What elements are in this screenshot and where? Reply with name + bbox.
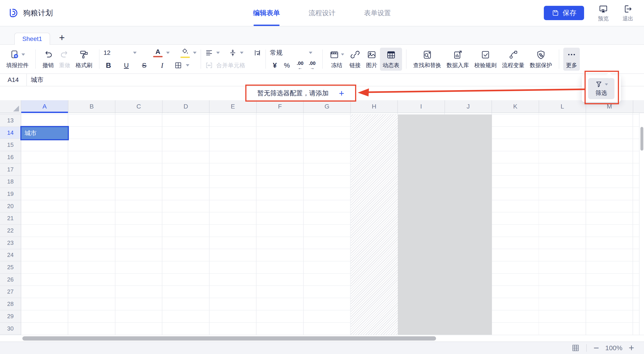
font-size-select[interactable]: 12 [104, 49, 137, 56]
row-header-22[interactable]: 22 [0, 225, 21, 237]
sheet-tab-sheet1[interactable]: Sheet1 [14, 33, 50, 45]
column-header-k[interactable]: K [492, 100, 539, 113]
zoom-in-button[interactable]: + [628, 343, 634, 353]
column-header-f[interactable]: F [257, 100, 304, 113]
exit-button[interactable]: 退出 [622, 4, 633, 22]
preview-button[interactable]: 预览 [598, 4, 609, 22]
zoom-out-button[interactable]: − [594, 343, 599, 353]
column-header-i[interactable]: I [398, 100, 445, 113]
number-format-select[interactable]: 常规 [270, 49, 312, 57]
row-header-23[interactable]: 23 [0, 237, 21, 249]
percent-button[interactable]: % [282, 62, 292, 69]
tab-edit-form[interactable]: 编辑表单 [253, 0, 280, 26]
column-header-j[interactable]: J [445, 100, 492, 113]
merge-cells-button[interactable]: 合并单元格 [205, 60, 262, 71]
fill-color-button[interactable] [180, 48, 190, 58]
underline-button[interactable]: U [122, 62, 131, 69]
undo-button[interactable]: 撤销 [40, 48, 56, 71]
row-header-19[interactable]: 19 [0, 188, 21, 200]
chevron-down-icon[interactable] [166, 52, 170, 54]
flow-variables-button[interactable]: 流程变量 [499, 48, 527, 71]
horizontal-scrollbar[interactable] [0, 335, 644, 341]
row-header-17[interactable]: 17 [0, 164, 21, 176]
horizontal-scrollbar-thumb[interactable] [22, 336, 436, 340]
chevron-down-icon[interactable] [309, 52, 312, 54]
column-header-m[interactable]: M [586, 100, 633, 113]
column-header-c[interactable]: C [116, 100, 162, 113]
cells-area[interactable]: 城市 [21, 113, 644, 335]
row-header-partial[interactable] [0, 113, 21, 115]
cell-reference-box[interactable]: A14 [0, 74, 27, 86]
vertical-align-button[interactable] [229, 49, 237, 57]
fill-color-bar [180, 57, 190, 58]
column-header-b[interactable]: B [68, 100, 116, 113]
more-button[interactable]: 更多 [563, 48, 580, 71]
vertical-scrollbar-thumb[interactable] [640, 127, 643, 151]
decrease-decimal-button[interactable]: .00 ← [294, 61, 306, 70]
row-header-25[interactable]: 25 [0, 261, 21, 274]
dynamic-table-button[interactable]: 动态表 [380, 48, 402, 71]
row-header-20[interactable]: 20 [0, 200, 21, 213]
data-protection-button[interactable]: 数据保护 [527, 48, 555, 71]
chevron-down-icon[interactable] [22, 54, 25, 56]
borders-button[interactable] [174, 61, 182, 69]
select-all-triangle-icon [13, 106, 19, 111]
row-header-15[interactable]: 15 [0, 139, 21, 151]
row-header-13[interactable]: 13 [0, 115, 21, 127]
find-replace-button[interactable]: 查找和替换 [410, 48, 444, 71]
tab-form-settings[interactable]: 表单设置 [364, 0, 391, 26]
save-button[interactable]: 保存 [544, 6, 584, 20]
data-store-button[interactable]: 数据入库 [444, 48, 472, 71]
row-header-18[interactable]: 18 [0, 176, 21, 188]
chevron-down-icon[interactable] [216, 52, 220, 54]
row-header-26[interactable]: 26 [0, 274, 21, 286]
row-header-24[interactable]: 24 [0, 249, 21, 262]
horizontal-align-button[interactable] [205, 49, 213, 57]
select-all-corner[interactable] [0, 100, 21, 113]
chevron-down-icon[interactable] [240, 52, 244, 54]
selected-cell-a14[interactable]: 城市 [20, 126, 69, 140]
font-color-button[interactable]: A [153, 48, 162, 57]
currency-button[interactable]: ¥ [270, 61, 280, 70]
row-header-14[interactable]: 14 [0, 127, 21, 139]
chevron-down-icon[interactable] [605, 84, 608, 86]
column-header-a[interactable]: A [21, 100, 68, 113]
left-arrow-icon: ← [298, 66, 302, 70]
row-header-30[interactable]: 30 [0, 323, 21, 335]
row-header-29[interactable]: 29 [0, 310, 21, 323]
italic-button[interactable]: I [157, 61, 167, 70]
freeze-icon [330, 50, 339, 60]
column-header-g[interactable]: G [304, 100, 351, 113]
add-filter-button[interactable]: + [339, 89, 344, 98]
row-header-21[interactable]: 21 [0, 213, 21, 225]
row-header-28[interactable]: 28 [0, 298, 21, 310]
freeze-button[interactable]: 冻结 [327, 48, 347, 71]
chevron-down-icon[interactable] [193, 52, 196, 54]
column-header-h[interactable]: H [351, 100, 398, 113]
increase-decimal-label: .00 [309, 61, 316, 66]
wrap-text-button[interactable] [253, 49, 262, 57]
row-header-16[interactable]: 16 [0, 151, 21, 164]
increase-decimal-button[interactable]: .00 → [306, 61, 318, 70]
fill-widget-button[interactable]: 填报控件 [4, 48, 31, 71]
strikethrough-button[interactable]: S [139, 62, 149, 69]
redo-button[interactable]: 重做 [56, 48, 73, 71]
validation-rules-button[interactable]: 校验规则 [472, 48, 499, 71]
chevron-down-icon[interactable] [133, 52, 137, 54]
link-button[interactable]: 链接 [347, 48, 363, 71]
column-header-d[interactable]: D [162, 100, 210, 113]
format-painter-button[interactable]: 格式刷 [73, 48, 95, 71]
chevron-down-icon[interactable] [186, 64, 190, 67]
chevron-down-icon[interactable] [341, 54, 344, 56]
add-sheet-button[interactable]: + [59, 33, 65, 43]
row-header-27[interactable]: 27 [0, 286, 21, 298]
image-button[interactable]: 图片 [363, 48, 380, 71]
formula-input[interactable]: 城市 [27, 76, 44, 84]
filter-button[interactable]: 筛选 [588, 78, 614, 99]
column-header-e[interactable]: E [210, 100, 257, 113]
column-header-l[interactable]: L [539, 100, 586, 113]
vertical-scrollbar[interactable] [639, 113, 644, 335]
bold-button[interactable]: B [104, 61, 113, 70]
grid-view-icon[interactable] [572, 344, 580, 352]
tab-flow-design[interactable]: 流程设计 [308, 0, 336, 26]
